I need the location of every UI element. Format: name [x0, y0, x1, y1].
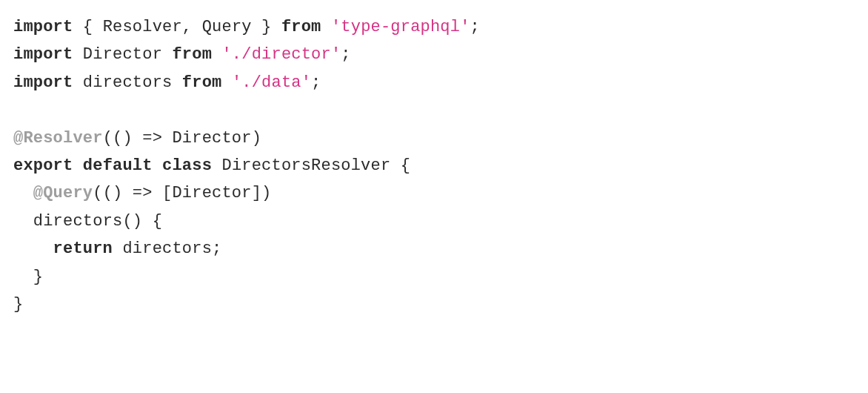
code-line: return directors;: [13, 240, 221, 258]
decorator-args: (() => Director): [103, 129, 261, 148]
brace: }: [252, 18, 281, 36]
brace: {: [390, 156, 410, 175]
space: [162, 45, 172, 64]
brace: {: [73, 18, 102, 36]
indent: [13, 184, 33, 202]
keyword-from: from: [281, 18, 321, 36]
space: [73, 156, 82, 175]
decorator: @Query: [33, 184, 93, 202]
indent: [13, 240, 53, 258]
identifier: directors: [83, 73, 173, 92]
code-line: }: [13, 295, 23, 314]
code-line: }: [13, 268, 43, 286]
code-block: import { Resolver, Query } from 'type-gr…: [13, 13, 855, 318]
decorator: @Resolver: [13, 129, 103, 148]
string-literal: 'type-graphql': [331, 18, 470, 36]
identifier: Resolver: [103, 18, 182, 36]
space: [212, 45, 221, 64]
string-literal: './data': [232, 73, 311, 92]
keyword-return: return: [53, 240, 113, 258]
code-line: import Director from './director';: [13, 45, 351, 64]
space: [321, 18, 331, 36]
identifier: Query: [202, 18, 252, 36]
decorator-args: (() => [Director]): [93, 184, 271, 202]
semicolon: ;: [470, 18, 480, 36]
space: [153, 156, 162, 175]
code-line: @Query(() => [Director]): [13, 184, 271, 202]
code-line: export default class DirectorsResolver {: [13, 156, 410, 175]
keyword-class: class: [162, 156, 212, 175]
keyword-from: from: [172, 45, 212, 64]
method-signature: directors() {: [33, 212, 162, 231]
keyword-import: import: [13, 73, 73, 92]
keyword-export: export: [13, 156, 73, 175]
keyword-default: default: [83, 156, 153, 175]
return-value: directors;: [113, 240, 221, 258]
code-line: import { Resolver, Query } from 'type-gr…: [13, 18, 480, 36]
keyword-import: import: [13, 45, 73, 64]
class-name: DirectorsResolver: [221, 156, 390, 175]
semicolon: ;: [311, 73, 321, 92]
string-literal: './director': [221, 45, 341, 64]
keyword-from: from: [182, 73, 222, 92]
space: [73, 45, 82, 64]
space: [172, 73, 181, 92]
identifier: Director: [83, 45, 162, 64]
space: [221, 73, 231, 92]
indent: [13, 212, 33, 231]
semicolon: ;: [341, 45, 350, 64]
code-line: @Resolver(() => Director): [13, 129, 261, 148]
space: [73, 73, 82, 92]
keyword-import: import: [13, 18, 73, 36]
code-line: directors() {: [13, 212, 162, 231]
brace: }: [13, 295, 23, 314]
code-line: import directors from './data';: [13, 73, 321, 92]
brace: }: [33, 268, 43, 286]
space: [212, 156, 221, 175]
comma: ,: [182, 18, 202, 36]
blank-line: [13, 101, 23, 119]
indent: [13, 268, 33, 286]
